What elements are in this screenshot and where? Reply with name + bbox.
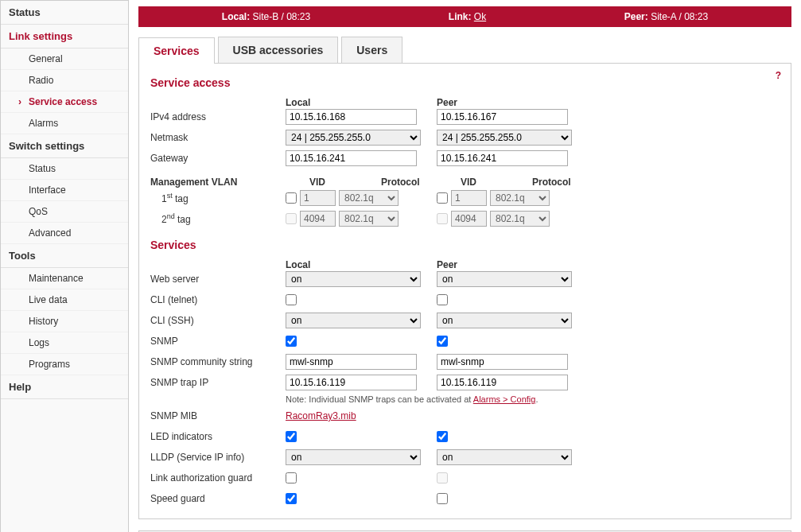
input-local-tag2-vid[interactable] <box>300 211 336 227</box>
nav-switch-status[interactable]: Status <box>1 158 128 180</box>
nav-status[interactable]: Status <box>1 1 128 25</box>
select-local-tag2-proto[interactable]: 802.1q <box>339 211 399 227</box>
nav-help[interactable]: Help <box>1 375 128 399</box>
nav-tools[interactable]: Tools <box>1 244 128 268</box>
status-link: Link: Ok <box>449 11 486 22</box>
input-local-gateway[interactable] <box>286 150 417 166</box>
main-panel: Local: Site-B / 08:23 Link: Ok Peer: Sit… <box>129 0 801 532</box>
select-peer-netmask[interactable]: 24 | 255.255.255.0 <box>437 130 572 146</box>
select-peer-ssh[interactable]: on <box>437 313 572 328</box>
section-service-access: Service access <box>150 76 780 89</box>
nav-live-data[interactable]: Live data <box>1 289 128 311</box>
nav-service-access[interactable]: Service access <box>1 91 128 113</box>
nav-radio[interactable]: Radio <box>1 70 128 91</box>
input-peer-ipv4[interactable] <box>437 109 568 125</box>
chk-local-led[interactable] <box>286 431 297 442</box>
col-peer: Peer <box>437 97 588 108</box>
select-peer-lldp[interactable]: on <box>437 449 572 465</box>
status-peer: Peer: Site-A / 08:23 <box>624 11 708 22</box>
nav-history[interactable]: History <box>1 311 128 332</box>
lbl-gateway: Gateway <box>150 153 286 164</box>
nav-maintenance[interactable]: Maintenance <box>1 268 128 289</box>
input-peer-tag2-vid[interactable] <box>451 211 487 227</box>
lbl-netmask: Netmask <box>150 132 286 143</box>
input-peer-trap[interactable] <box>437 375 568 390</box>
lbl-auth: Link authorization guard <box>150 472 286 483</box>
nav-switch-settings[interactable]: Switch settings <box>1 134 128 158</box>
status-local: Local: Site-B / 08:23 <box>222 11 310 22</box>
chk-peer-tag1[interactable] <box>437 192 448 204</box>
lbl-snmp: SNMP <box>150 336 286 347</box>
link-status-link[interactable]: Ok <box>474 11 486 22</box>
chk-local-speed[interactable] <box>286 493 297 504</box>
nav-logs[interactable]: Logs <box>1 332 128 354</box>
lbl-mib: SNMP MIB <box>150 410 286 421</box>
mib-link[interactable]: RacomRay3.mib <box>286 410 356 421</box>
lbl-mvlan: Management VLAN <box>150 177 286 188</box>
lbl-community: SNMP community string <box>150 356 286 367</box>
select-local-ssh[interactable]: on <box>286 313 421 328</box>
lbl-tag1: 1st tag <box>150 192 286 204</box>
chk-peer-snmp[interactable] <box>437 336 448 347</box>
lbl-web: Web server <box>150 274 286 285</box>
chk-local-telnet[interactable] <box>286 294 297 305</box>
snmp-note: Note: Individual SNMP traps can be activ… <box>286 394 780 404</box>
input-local-tag1-vid[interactable] <box>300 190 336 206</box>
tab-services[interactable]: Services <box>138 37 215 64</box>
lbl-ssh: CLI (SSH) <box>150 315 286 326</box>
alarms-config-link[interactable]: Alarms > Config <box>473 394 536 404</box>
lbl-speed: Speed guard <box>150 493 286 504</box>
nav-programs[interactable]: Programs <box>1 354 128 375</box>
select-peer-web[interactable]: on <box>437 271 572 287</box>
chk-peer-speed[interactable] <box>437 493 448 504</box>
col-local: Local <box>286 97 437 108</box>
lbl-lldp: LLDP (Service IP info) <box>150 452 286 463</box>
chk-local-auth[interactable] <box>286 472 297 483</box>
chk-local-snmp[interactable] <box>286 336 297 347</box>
input-local-community[interactable] <box>286 354 417 370</box>
nav-advanced[interactable]: Advanced <box>1 223 128 244</box>
input-local-ipv4[interactable] <box>286 109 417 125</box>
chk-peer-tag2 <box>437 213 448 224</box>
form-panel: ? Service access Local Peer IPv4 address… <box>138 64 791 519</box>
tab-users[interactable]: Users <box>341 37 402 63</box>
nav-alarms[interactable]: Alarms <box>1 113 128 134</box>
select-local-tag1-proto[interactable]: 802.1q <box>339 190 399 206</box>
lbl-trap: SNMP trap IP <box>150 377 286 388</box>
lbl-telnet: CLI (telnet) <box>150 294 286 305</box>
input-local-trap[interactable] <box>286 375 417 390</box>
lbl-ipv4: IPv4 address <box>150 111 286 122</box>
input-peer-community[interactable] <box>437 354 568 370</box>
select-local-netmask[interactable]: 24 | 255.255.255.0 <box>286 130 421 146</box>
lbl-tag2: 2nd tag <box>150 212 286 225</box>
input-peer-tag1-vid[interactable] <box>451 190 487 206</box>
tabs: Services USB accessories Users <box>138 37 791 64</box>
chk-local-tag2 <box>286 213 297 224</box>
select-peer-tag2-proto[interactable]: 802.1q <box>490 211 550 227</box>
select-peer-tag1-proto[interactable]: 802.1q <box>490 190 550 206</box>
lbl-led: LED indicators <box>150 431 286 442</box>
chk-peer-led[interactable] <box>437 431 448 442</box>
select-local-lldp[interactable]: on <box>286 449 421 465</box>
select-local-web[interactable]: on <box>286 271 421 287</box>
status-bar: Local: Site-B / 08:23 Link: Ok Peer: Sit… <box>138 6 791 27</box>
chk-peer-telnet[interactable] <box>437 294 448 305</box>
tab-usb[interactable]: USB accessories <box>218 37 339 63</box>
nav-interface[interactable]: Interface <box>1 180 128 201</box>
section-services: Services <box>150 239 780 251</box>
sidebar: Status Link settings General Radio Servi… <box>0 0 129 532</box>
chk-peer-auth <box>437 472 448 483</box>
nav-qos[interactable]: QoS <box>1 201 128 223</box>
nav-general[interactable]: General <box>1 49 128 70</box>
chk-local-tag1[interactable] <box>286 192 297 204</box>
input-peer-gateway[interactable] <box>437 150 568 166</box>
nav-link-settings[interactable]: Link settings <box>1 25 128 49</box>
help-icon[interactable]: ? <box>776 70 781 81</box>
